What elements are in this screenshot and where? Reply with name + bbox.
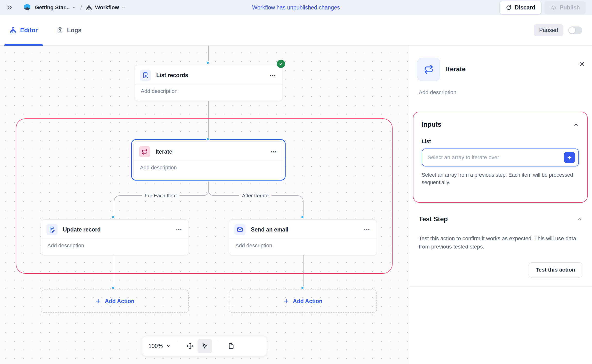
node-iterate[interactable]: Iterate ••• Add description (133, 141, 283, 178)
connector-dot[interactable] (301, 215, 304, 219)
cloud-upload-icon (550, 4, 557, 11)
breadcrumb: Getting Star... / Workflow (13, 3, 126, 12)
toolbar-divider (177, 341, 177, 351)
tab-logs-label: Logs (67, 27, 82, 34)
toggle-knob (569, 27, 575, 33)
inputs-heading: Inputs (422, 121, 441, 128)
toolbar-divider (218, 341, 218, 351)
node-header: Iterate ••• (134, 142, 283, 161)
collapse-sidebar-icon[interactable] (6, 4, 13, 11)
node-iterate-selected[interactable]: Iterate ••• Add description (131, 139, 286, 181)
base-cube-icon (23, 3, 31, 12)
test-step-description: Test this action to confirm it works as … (419, 234, 578, 251)
select-tool-button[interactable] (197, 339, 212, 353)
node-title: Update record (63, 226, 101, 233)
node-update-record[interactable]: Update record ••• Add description (41, 219, 189, 255)
node-title: Iterate (156, 149, 172, 155)
logs-icon (57, 27, 63, 34)
more-menu-icon[interactable]: ••• (271, 150, 277, 154)
connector-dot[interactable] (111, 215, 115, 219)
update-record-icon (46, 224, 58, 235)
panel-title: Iterate (446, 66, 466, 73)
discard-button[interactable]: Discard (500, 1, 541, 14)
plus-icon (95, 298, 101, 304)
chevron-up-icon[interactable] (573, 122, 579, 128)
publish-label: Publish (560, 4, 580, 11)
connector-dot[interactable] (301, 286, 304, 290)
panel-divider (409, 286, 592, 287)
chevron-up-icon[interactable] (577, 216, 583, 222)
test-this-action-button[interactable]: Test this action (529, 262, 582, 277)
list-field-helper-text: Select an array from a previous step. Ea… (422, 171, 577, 186)
connector-dot[interactable] (206, 61, 210, 65)
workflow-canvas[interactable]: List records ••• Add description Iterate… (0, 46, 409, 364)
email-icon (234, 224, 246, 235)
paused-badge: Paused (534, 24, 563, 36)
notes-tool-button[interactable] (224, 339, 238, 353)
chevron-down-icon (166, 344, 171, 348)
node-header: Send an email ••• (229, 220, 377, 239)
add-action-label: Add Action (105, 298, 134, 305)
chevron-down-icon[interactable] (121, 5, 126, 10)
test-step-heading: Test Step (419, 215, 448, 223)
node-list-records[interactable]: List records ••• Add description (134, 65, 283, 101)
node-description[interactable]: Add description (41, 239, 189, 252)
canvas-toolbar: 100% (142, 336, 267, 356)
branch-label-after-iterate: After Iterate (239, 192, 271, 199)
branch-label-for-each-item: For Each Item (142, 192, 180, 199)
list-field-label: List (422, 139, 579, 145)
cursor-icon (201, 342, 208, 350)
add-action-label: Add Action (293, 298, 322, 305)
add-action-button-right[interactable]: Add Action (229, 290, 377, 313)
node-header: Update record ••• (41, 220, 189, 239)
node-send-email[interactable]: Send an email ••• Add description (229, 219, 377, 255)
file-icon (228, 343, 235, 349)
tab-bar: Editor Logs Paused (0, 15, 592, 46)
zoom-level-value: 100% (148, 343, 163, 349)
paused-toggle[interactable] (568, 26, 582, 34)
connector-dot[interactable] (206, 137, 210, 141)
more-menu-icon[interactable]: ••• (270, 73, 276, 77)
topbar-actions: Discard Publish (500, 1, 586, 14)
list-array-input[interactable] (428, 154, 564, 161)
editor-workflow-icon (10, 27, 16, 34)
iterate-icon (139, 146, 150, 157)
plus-icon (283, 298, 289, 304)
add-variable-button[interactable]: + (564, 152, 575, 163)
zoom-level-dropdown[interactable]: 100% (148, 343, 171, 349)
unpublished-changes-status: Workflow has unpublished changes (252, 4, 340, 11)
tab-editor-label: Editor (20, 27, 38, 34)
node-description[interactable]: Add description (134, 84, 282, 98)
success-check-badge (276, 59, 286, 68)
chevron-down-icon[interactable] (72, 5, 76, 10)
node-description[interactable]: Add description (134, 161, 283, 174)
connector-dot[interactable] (111, 286, 115, 290)
discard-label: Discard (515, 4, 535, 11)
node-header: List records ••• (134, 65, 282, 84)
move-icon (187, 342, 194, 350)
close-icon[interactable] (578, 61, 585, 68)
main-area: List records ••• Add description Iterate… (0, 46, 592, 364)
more-menu-icon[interactable]: ••• (364, 228, 370, 232)
breadcrumb-separator: / (80, 4, 82, 11)
panel-description[interactable]: Add description (419, 89, 456, 96)
workflow-icon (86, 4, 92, 11)
top-bar: Getting Star... / Workflow Workflow has … (0, 0, 592, 15)
step-config-panel: Iterate Add description Inputs List + Se… (409, 46, 592, 364)
pan-tool-button[interactable] (183, 339, 197, 353)
breadcrumb-base-name[interactable]: Getting Star... (35, 4, 70, 11)
node-title: Send an email (251, 226, 288, 233)
list-field: + (422, 149, 579, 166)
tab-logs[interactable]: Logs (57, 27, 82, 34)
node-title: List records (156, 72, 188, 79)
more-menu-icon[interactable]: ••• (176, 228, 182, 232)
inputs-section: Inputs List + Select an array from a pre… (413, 112, 588, 203)
refresh-icon (506, 5, 512, 11)
iterate-icon (417, 58, 440, 81)
publish-button[interactable]: Publish (544, 1, 586, 14)
add-action-button-left[interactable]: Add Action (41, 290, 189, 313)
tab-editor[interactable]: Editor (10, 27, 38, 34)
breadcrumb-workflow-name[interactable]: Workflow (95, 4, 119, 11)
paused-control: Paused (534, 24, 582, 36)
node-description[interactable]: Add description (229, 239, 377, 252)
